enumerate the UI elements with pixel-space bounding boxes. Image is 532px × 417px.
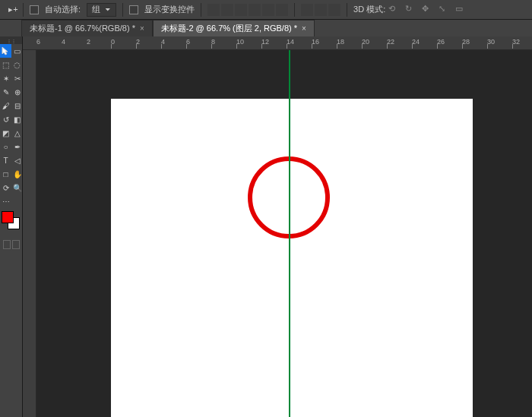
document-canvas[interactable] — [111, 99, 473, 417]
close-icon[interactable]: × — [140, 24, 144, 33]
document-tab-1[interactable]: 未标题-1 @ 66.7%(RGB/8) * × — [21, 20, 153, 36]
marquee-tool[interactable]: ⬚ — [0, 58, 11, 71]
type-tool[interactable]: T — [0, 153, 11, 167]
mode-3d-label: 3D 模式: — [353, 4, 385, 15]
tab-label: 未标题-2 @ 66.7% (图层 2, RGB/8) * — [161, 23, 297, 34]
separator — [347, 3, 347, 17]
auto-select-checkbox[interactable] — [30, 5, 39, 14]
auto-select-dropdown[interactable]: 组 — [87, 3, 116, 17]
color-swatches — [0, 211, 22, 235]
lasso-tool[interactable]: ◌ — [11, 58, 23, 71]
tool-grid: ▭ ⬚ ◌ ✶ ✂ ✎ ⊕ 🖌 ⊟ ↺ ◧ ◩ △ ○ ✒ T ◁ □ ✋ ⟳ … — [0, 44, 22, 208]
horizontal-ruler[interactable]: 642024681012141618202224262830323436 — [30, 36, 532, 50]
separator — [201, 3, 201, 17]
gradient-tool[interactable]: ◩ — [0, 126, 11, 140]
rectangle-tool[interactable]: □ — [0, 167, 11, 181]
scale-icon[interactable]: ▭ — [455, 4, 469, 16]
align-buttons — [207, 4, 288, 16]
screen-mode-buttons — [0, 240, 22, 249]
separator — [122, 3, 123, 17]
pan-icon[interactable]: ✥ — [422, 4, 435, 16]
standard-mode-button[interactable] — [3, 240, 11, 249]
document-tab-bar: 未标题-1 @ 66.7%(RGB/8) * × 未标题-2 @ 66.7% (… — [0, 20, 532, 36]
canvas-area[interactable] — [36, 50, 532, 417]
vertical-guide[interactable] — [289, 50, 290, 417]
move-tool[interactable] — [0, 44, 11, 58]
toolbox: ⋮⋮ ▭ ⬚ ◌ ✶ ✂ ✎ ⊕ 🖌 ⊟ ↺ ◧ ◩ △ ○ ✒ T ◁ □ ✋… — [0, 36, 23, 417]
edit-toolbar[interactable]: ⋯ — [0, 194, 11, 208]
slide-icon[interactable]: ⤡ — [439, 4, 452, 16]
align-bottom-icon[interactable] — [235, 4, 247, 16]
quickmask-mode-button[interactable] — [12, 240, 20, 249]
align-left-icon[interactable] — [249, 4, 261, 16]
close-icon[interactable]: × — [302, 24, 306, 33]
eraser-tool[interactable]: ◧ — [11, 112, 23, 126]
quick-select-tool[interactable]: ✶ — [0, 71, 11, 85]
tab-label: 未标题-1 @ 66.7%(RGB/8) * — [30, 23, 135, 34]
distribute-icon[interactable] — [328, 4, 340, 16]
healing-tool[interactable]: ⊕ — [11, 85, 23, 99]
document-tab-2[interactable]: 未标题-2 @ 66.7% (图层 2, RGB/8) * × — [153, 20, 315, 36]
eyedropper-tool[interactable]: ✎ — [0, 85, 11, 99]
auto-select-label: 自动选择: — [45, 4, 81, 15]
pen-tool[interactable]: ✒ — [11, 140, 23, 153]
distribute-h-icon[interactable] — [301, 4, 313, 16]
blur-tool[interactable]: △ — [11, 126, 23, 140]
separator — [294, 3, 295, 17]
move-tool-indicator[interactable]: ▸+ — [4, 3, 24, 17]
mode-3d-section: 3D 模式: ⟲ ↻ ✥ ⤡ ▭ — [353, 4, 469, 16]
show-transform-label: 显示变换控件 — [144, 4, 195, 15]
artboard-tool[interactable]: ▭ — [11, 44, 23, 58]
align-right-icon[interactable] — [276, 4, 288, 16]
stamp-tool[interactable]: ⊟ — [11, 99, 23, 112]
foreground-color-swatch[interactable] — [2, 211, 14, 223]
show-transform-checkbox[interactable] — [129, 5, 138, 14]
distribute-buttons — [301, 4, 340, 16]
roll-icon[interactable]: ↻ — [405, 4, 419, 16]
rotate-view-tool[interactable]: ⟳ — [0, 181, 11, 194]
crop-tool[interactable]: ✂ — [11, 71, 23, 85]
vertical-ruler[interactable] — [23, 50, 36, 417]
path-select-tool[interactable]: ◁ — [11, 153, 23, 167]
history-brush-tool[interactable]: ↺ — [0, 112, 11, 126]
brush-tool[interactable]: 🖌 — [0, 99, 11, 112]
zoom-tool[interactable]: 🔍 — [11, 181, 23, 194]
hand-tool[interactable]: ✋ — [11, 167, 23, 181]
align-top-icon[interactable] — [207, 4, 220, 16]
toolbox-grip[interactable]: ⋮⋮ — [0, 36, 22, 44]
align-middle-icon[interactable] — [221, 4, 233, 16]
dodge-tool[interactable]: ○ — [0, 140, 11, 153]
orbit-icon[interactable]: ⟲ — [388, 4, 402, 16]
options-bar: ▸+ 自动选择: 组 显示变换控件 3D 模式: ⟲ ↻ ✥ ⤡ ▭ — [0, 0, 532, 20]
distribute-v-icon[interactable] — [315, 4, 327, 16]
align-center-icon[interactable] — [262, 4, 274, 16]
